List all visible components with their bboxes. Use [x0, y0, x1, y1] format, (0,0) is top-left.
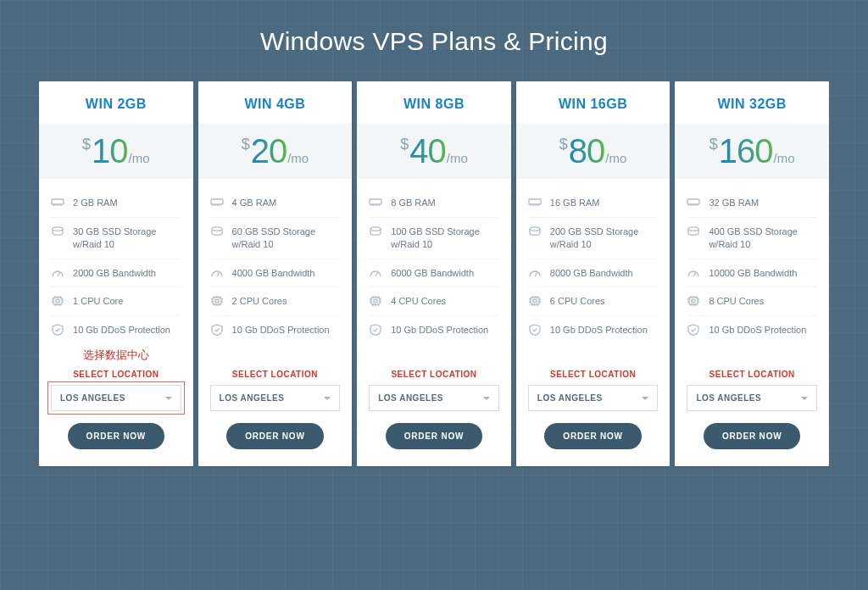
order-now-button[interactable]: ORDER NOW: [68, 423, 165, 449]
plan-name: WIN 4GB: [210, 97, 341, 112]
feature-item: 4000 GB Bandwidth: [210, 259, 341, 288]
plan-price: $20/mo: [198, 124, 353, 179]
feature-item: 2000 GB Bandwidth: [51, 259, 181, 288]
feature-item: 32 GB RAM: [687, 189, 817, 218]
shield-icon: [51, 324, 64, 336]
ram-icon: [210, 197, 224, 209]
plan-price: $80/mo: [516, 124, 670, 179]
feature-text: 200 GB SSD Storage w/Raid 10: [550, 225, 659, 251]
disk-icon: [210, 225, 224, 237]
disk-icon: [687, 225, 700, 237]
currency-symbol: $: [82, 136, 91, 153]
feature-item: 10 Gb DDoS Protection: [210, 316, 341, 344]
feature-text: 2000 GB Bandwidth: [73, 267, 156, 280]
feature-item: 60 GB SSD Storage w/Raid 10: [210, 218, 341, 259]
shield-icon: [369, 324, 382, 336]
gauge-icon: [369, 267, 382, 279]
location-select[interactable]: LOS ANGELES: [528, 385, 659, 411]
plan-price: $160/mo: [675, 124, 829, 179]
location-value: LOS ANGELES: [220, 393, 285, 403]
location-select[interactable]: LOS ANGELES: [51, 385, 181, 411]
select-location-label: SELECT LOCATION: [528, 370, 659, 379]
order-now-button[interactable]: ORDER NOW: [386, 423, 483, 449]
feature-text: 10 Gb DDoS Protection: [232, 324, 330, 337]
feature-text: 4 CPU Cores: [391, 295, 446, 308]
order-now-button[interactable]: ORDER NOW: [226, 423, 324, 449]
location-select[interactable]: LOS ANGELES: [369, 385, 499, 411]
plan-card: WIN 4GB$20/mo4 GB RAM60 GB SSD Storage w…: [198, 81, 353, 466]
feature-list: 32 GB RAM400 GB SSD Storage w/Raid 10100…: [687, 189, 817, 361]
disk-icon: [51, 225, 64, 237]
plan-name: WIN 8GB: [369, 97, 499, 112]
chevron-down-icon: [801, 397, 808, 400]
feature-text: 8000 GB Bandwidth: [550, 267, 633, 280]
plan-price: $40/mo: [357, 124, 511, 179]
feature-text: 16 GB RAM: [550, 197, 600, 209]
cpu-icon: [528, 295, 542, 307]
order-now-button[interactable]: ORDER NOW: [544, 423, 642, 449]
cpu-icon: [51, 295, 64, 307]
select-location-label: SELECT LOCATION: [210, 370, 341, 379]
select-location-label: SELECT LOCATION: [51, 370, 181, 379]
chevron-down-icon: [324, 397, 331, 400]
cpu-icon: [210, 295, 224, 307]
feature-item: 10 Gb DDoS Protection: [369, 316, 499, 344]
location-value: LOS ANGELES: [60, 393, 125, 403]
chevron-down-icon: [642, 397, 648, 400]
location-value: LOS ANGELES: [378, 393, 443, 403]
disk-icon: [369, 225, 382, 237]
order-now-button[interactable]: ORDER NOW: [704, 423, 801, 449]
feature-item: 100 GB SSD Storage w/Raid 10: [369, 218, 499, 259]
price-amount: 80: [569, 132, 605, 170]
plan-price: $10/mo: [39, 124, 193, 179]
currency-symbol: $: [400, 136, 409, 153]
disk-icon: [528, 225, 542, 237]
shield-icon: [210, 324, 224, 336]
feature-text: 4 GB RAM: [232, 197, 277, 209]
feature-item: 8 CPU Cores: [687, 287, 817, 316]
page-title: Windows VPS Plans & Pricing: [0, 0, 868, 81]
location-value: LOS ANGELES: [537, 393, 603, 403]
feature-text: 30 GB SSD Storage w/Raid 10: [73, 225, 181, 251]
location-select[interactable]: LOS ANGELES: [210, 385, 341, 411]
feature-item: 400 GB SSD Storage w/Raid 10: [687, 218, 817, 259]
feature-list: 16 GB RAM200 GB SSD Storage w/Raid 10800…: [528, 189, 659, 361]
feature-item: 8000 GB Bandwidth: [528, 259, 659, 288]
annotation-label: 选择数据中心: [51, 348, 181, 363]
feature-text: 100 GB SSD Storage w/Raid 10: [391, 225, 499, 251]
feature-text: 8 CPU Cores: [709, 295, 764, 308]
feature-text: 2 GB RAM: [73, 197, 118, 209]
feature-list: 2 GB RAM30 GB SSD Storage w/Raid 102000 …: [51, 189, 181, 344]
shield-icon: [687, 324, 700, 336]
gauge-icon: [687, 267, 700, 279]
cpu-icon: [369, 295, 382, 307]
select-location-label: SELECT LOCATION: [687, 370, 817, 379]
feature-text: 1 CPU Core: [73, 295, 123, 308]
price-period: /mo: [287, 151, 309, 165]
feature-text: 10 Gb DDoS Protection: [73, 324, 170, 337]
location-select[interactable]: LOS ANGELES: [687, 385, 817, 411]
ram-icon: [51, 197, 64, 209]
feature-item: 1 CPU Core: [51, 287, 181, 316]
feature-list: 4 GB RAM60 GB SSD Storage w/Raid 104000 …: [210, 189, 341, 361]
currency-symbol: $: [242, 136, 250, 153]
feature-text: 10 Gb DDoS Protection: [709, 324, 806, 337]
feature-item: 8 GB RAM: [369, 189, 499, 218]
feature-text: 8 GB RAM: [391, 197, 436, 209]
currency-symbol: $: [709, 136, 718, 153]
currency-symbol: $: [559, 136, 568, 153]
ram-icon: [528, 197, 542, 209]
ram-icon: [369, 197, 382, 209]
price-period: /mo: [447, 151, 468, 165]
feature-text: 4000 GB Bandwidth: [232, 267, 315, 280]
plan-card: WIN 8GB$40/mo8 GB RAM100 GB SSD Storage …: [357, 81, 511, 466]
feature-text: 10 Gb DDoS Protection: [550, 324, 648, 337]
select-location-label: SELECT LOCATION: [369, 370, 499, 379]
feature-text: 10000 GB Bandwidth: [709, 267, 797, 280]
plan-name: WIN 16GB: [528, 97, 659, 112]
feature-text: 6 CPU Cores: [550, 295, 605, 308]
feature-item: 6000 GB Bandwidth: [369, 259, 499, 288]
cpu-icon: [687, 295, 700, 307]
feature-text: 60 GB SSD Storage w/Raid 10: [232, 225, 341, 251]
feature-text: 32 GB RAM: [709, 197, 759, 209]
